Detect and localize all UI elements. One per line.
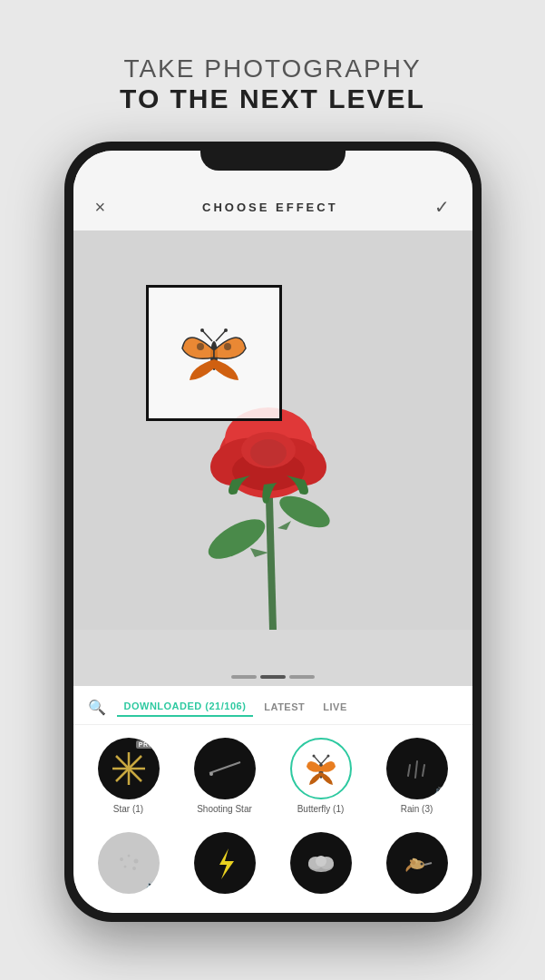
header: TAKE PHOTOGRAPHY TO THE NEXT LEVEL (120, 0, 425, 114)
phone-screen: × CHOOSE EFFECT ✓ (73, 151, 472, 913)
pro-badge: PRO (136, 740, 157, 749)
svg-line-18 (216, 330, 226, 341)
scroll-dot-2 (260, 675, 286, 679)
svg-point-12 (250, 439, 287, 466)
svg-point-43 (316, 856, 326, 867)
shooting-star-icon (202, 746, 248, 791)
close-button[interactable]: × (95, 197, 106, 218)
effect-circle-sparkle: 🔊 (98, 832, 160, 894)
volume-icon-2: 🔊 (146, 881, 156, 890)
smoke-icon (301, 843, 341, 883)
svg-point-17 (200, 328, 204, 332)
svg-point-15 (224, 343, 231, 350)
header-line1: TAKE PHOTOGRAPHY (120, 54, 425, 83)
effect-item-star[interactable]: PRO Star (1) (81, 732, 177, 819)
effect-item-sparkle[interactable]: 🔊 (81, 827, 177, 904)
svg-line-27 (314, 756, 320, 763)
svg-point-14 (197, 343, 204, 350)
svg-point-30 (326, 755, 329, 758)
scroll-indicator (231, 675, 315, 679)
sparkle-icon (109, 843, 149, 883)
effect-item-bird[interactable] (369, 827, 465, 904)
effect-circle-smoke (290, 832, 352, 894)
svg-point-46 (420, 863, 423, 866)
svg-point-28 (312, 755, 315, 758)
effect-label-star: Star (1) (113, 804, 143, 814)
butterfly-preview (164, 303, 264, 403)
search-icon[interactable]: 🔍 (88, 699, 106, 716)
header-line2: TO THE NEXT LEVEL (120, 83, 425, 114)
svg-point-19 (224, 328, 228, 332)
scroll-dot-3 (289, 675, 315, 679)
svg-point-37 (123, 866, 126, 868)
svg-line-32 (415, 761, 417, 778)
svg-line-16 (202, 330, 212, 341)
screen-title: CHOOSE EFFECT (202, 201, 338, 214)
svg-point-25 (209, 772, 213, 776)
effects-grid-row1: PRO Star (1) (73, 725, 472, 819)
svg-point-34 (120, 858, 123, 861)
effect-item-shooting-star[interactable]: Shooting Star (177, 732, 273, 819)
lightning-icon (205, 843, 245, 883)
tab-live[interactable]: LIVE (316, 698, 354, 716)
effect-circle-rain: 🔊 (386, 738, 448, 799)
main-image-area (73, 230, 472, 686)
effect-label-shooting-star: Shooting Star (197, 804, 252, 814)
confirm-button[interactable]: ✓ (434, 196, 450, 218)
svg-line-33 (423, 765, 424, 776)
svg-point-36 (133, 859, 138, 864)
tab-downloaded[interactable]: DOWNLOADED (21/106) (117, 697, 254, 717)
scroll-dot-1 (231, 675, 257, 679)
svg-point-38 (132, 867, 136, 870)
svg-line-29 (322, 756, 328, 763)
effect-circle-shooting-star (194, 738, 256, 799)
effect-item-smoke[interactable] (273, 827, 369, 904)
svg-point-35 (127, 855, 130, 858)
phone-mockup: × CHOOSE EFFECT ✓ (64, 142, 482, 922)
effect-item-butterfly[interactable]: Butterfly (1) (273, 732, 369, 819)
phone-notch (200, 142, 345, 171)
effect-circle-lightning (194, 832, 256, 894)
svg-line-45 (424, 863, 432, 865)
effects-grid-row2: 🔊 (73, 819, 472, 904)
star-icon (109, 749, 149, 789)
svg-line-31 (408, 765, 410, 776)
svg-line-24 (209, 762, 240, 773)
effect-label-butterfly: Butterfly (1) (297, 804, 345, 814)
effect-circle-butterfly (290, 738, 352, 799)
effect-item-rain[interactable]: 🔊 Rain (3) (369, 732, 465, 819)
effect-circle-bird (386, 832, 448, 894)
effect-label-rain: Rain (3) (401, 804, 433, 814)
butterfly-icon (299, 747, 343, 790)
svg-marker-39 (219, 848, 234, 879)
effect-item-lightning[interactable] (177, 827, 273, 904)
volume-icon: 🔊 (434, 787, 444, 796)
rain-icon (397, 749, 437, 789)
effect-circle-star: PRO (98, 738, 160, 799)
tab-latest[interactable]: LATEST (257, 698, 312, 716)
bird-icon (397, 843, 437, 883)
effect-preview-frame (146, 285, 282, 421)
bottom-panel: 🔍 DOWNLOADED (21/106) LATEST LIVE PRO (73, 686, 472, 913)
tabs-bar: 🔍 DOWNLOADED (21/106) LATEST LIVE (73, 686, 472, 725)
